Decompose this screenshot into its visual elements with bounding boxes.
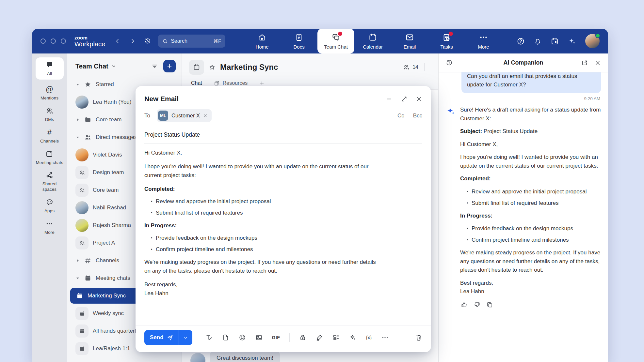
window-controls bbox=[40, 38, 66, 44]
email-body-editor[interactable]: Hi Customer X, I hope you're doing well!… bbox=[136, 144, 431, 325]
minimize-icon[interactable] bbox=[386, 96, 392, 102]
search-shortcut: ⌘F bbox=[213, 38, 221, 44]
caret-right-icon[interactable] bbox=[75, 118, 80, 121]
rail-item-dms[interactable]: DMs bbox=[45, 107, 54, 123]
calendar-events-icon[interactable] bbox=[551, 37, 559, 45]
calendar-filled-icon bbox=[84, 275, 91, 282]
cc-button[interactable]: Cc bbox=[397, 113, 404, 119]
emoji-icon[interactable] bbox=[239, 334, 246, 341]
discard-draft-icon[interactable] bbox=[415, 334, 422, 341]
send-button[interactable]: Send bbox=[144, 330, 179, 345]
star-outline-icon[interactable] bbox=[209, 64, 216, 71]
text-format-icon[interactable] bbox=[205, 334, 213, 341]
forward-icon[interactable] bbox=[129, 38, 136, 44]
rail-item-meeting-chats[interactable]: Meeting chats bbox=[36, 150, 63, 166]
meeting-avatar bbox=[75, 324, 89, 338]
nav-tab-calendar[interactable]: Calendar bbox=[354, 29, 391, 53]
variables-icon[interactable]: {x} bbox=[366, 335, 372, 340]
send-options-button[interactable] bbox=[179, 330, 192, 345]
signature-icon[interactable] bbox=[316, 334, 323, 341]
intro-paragraph: I hope you're doing well! I wanted to pr… bbox=[144, 162, 378, 180]
nav-tab-tasks[interactable]: Tasks bbox=[428, 29, 465, 53]
group-icon bbox=[79, 240, 85, 246]
brand-workplace: Workplace bbox=[74, 41, 105, 47]
ai-companion-icon[interactable] bbox=[568, 37, 576, 46]
sidebar-row-label: Marketing Sync bbox=[88, 293, 126, 299]
close-icon[interactable] bbox=[594, 60, 601, 66]
window-zoom-button[interactable] bbox=[61, 38, 66, 44]
window-close-button[interactable] bbox=[40, 38, 46, 44]
user-avatar[interactable] bbox=[585, 34, 600, 48]
sidebar-row-label: Core team bbox=[96, 116, 121, 123]
subject-field[interactable]: Project Status Update bbox=[136, 126, 431, 143]
rail-item-mentions[interactable]: @ Mentions bbox=[40, 85, 58, 101]
new-chat-button[interactable] bbox=[163, 60, 176, 72]
remove-recipient-icon[interactable] bbox=[203, 113, 207, 118]
chat-filled-icon bbox=[46, 61, 54, 69]
recipient-chip[interactable]: ML Customer X bbox=[157, 109, 212, 122]
sidebar-title-menu[interactable]: Team Chat bbox=[75, 63, 116, 70]
bcc-button[interactable]: Bcc bbox=[413, 113, 422, 119]
sidebar-actions bbox=[151, 60, 176, 72]
window-minimize-button[interactable] bbox=[51, 38, 56, 44]
caret-down-icon[interactable] bbox=[75, 277, 80, 280]
attach-file-icon[interactable] bbox=[222, 334, 229, 341]
recipient-name: Customer X bbox=[171, 113, 200, 119]
gif-icon[interactable]: GIF bbox=[272, 335, 280, 340]
ai-sparkle-icon[interactable] bbox=[349, 334, 356, 341]
to-label: To bbox=[144, 113, 150, 119]
rail-item-all[interactable]: All bbox=[36, 57, 64, 80]
sidebar-row-label: Channels bbox=[96, 257, 119, 264]
top-nav-bar: zoom Workplace Search ⌘F Home Docs bbox=[32, 29, 608, 53]
rail-label: Shared spaces bbox=[35, 181, 64, 192]
members-count[interactable]: 14 bbox=[403, 64, 418, 71]
copy-icon[interactable] bbox=[486, 301, 493, 308]
close-icon[interactable] bbox=[416, 96, 422, 102]
more-tools-icon[interactable] bbox=[381, 334, 389, 341]
rail-item-apps[interactable]: Apps bbox=[44, 198, 55, 214]
add-tab-icon[interactable] bbox=[259, 81, 265, 86]
tab-chat[interactable]: Chat bbox=[191, 80, 202, 86]
greeting: Hi Customer X, bbox=[144, 148, 378, 157]
chat-message: Great discussion team! bbox=[190, 351, 280, 362]
history-icon[interactable] bbox=[144, 38, 151, 44]
avatar bbox=[75, 148, 89, 161]
more-icon bbox=[45, 220, 53, 228]
expand-icon[interactable] bbox=[401, 96, 407, 102]
caret-right-icon[interactable] bbox=[75, 259, 80, 262]
chevron-down-icon bbox=[183, 335, 188, 340]
tab-resources[interactable]: Resources bbox=[214, 80, 248, 86]
caret-down-icon[interactable] bbox=[75, 136, 80, 139]
rail-item-more[interactable]: More bbox=[44, 220, 55, 235]
template-icon[interactable] bbox=[332, 334, 340, 341]
mentions-icon: @ bbox=[46, 85, 53, 93]
group-avatar bbox=[75, 166, 89, 179]
rail-item-shared-spaces[interactable]: Shared spaces bbox=[35, 171, 64, 192]
search-input[interactable]: Search ⌘F bbox=[158, 35, 225, 48]
nav-tab-label: Calendar bbox=[363, 44, 383, 50]
sidebar-row-label: Starred bbox=[96, 81, 114, 88]
nav-tab-team-chat[interactable]: Team Chat bbox=[317, 29, 354, 53]
nav-tab-home[interactable]: Home bbox=[244, 29, 281, 53]
share-nodes-icon bbox=[46, 171, 54, 179]
thumbs-up-icon[interactable] bbox=[461, 301, 468, 308]
compose-toolbar: Send GIF {x} bbox=[136, 325, 431, 352]
nav-tab-more[interactable]: More bbox=[465, 29, 502, 53]
filter-icon[interactable] bbox=[151, 63, 158, 70]
image-icon[interactable] bbox=[255, 334, 263, 341]
list-item: Submit final list of required features bbox=[152, 209, 422, 217]
caret-down-icon[interactable] bbox=[75, 83, 80, 86]
nav-tab-label: Team Chat bbox=[324, 44, 348, 50]
completed-list: Review and approve the initial project p… bbox=[144, 197, 422, 217]
help-icon[interactable] bbox=[517, 37, 525, 45]
open-in-window-icon[interactable] bbox=[581, 60, 588, 66]
nav-tab-docs[interactable]: Docs bbox=[281, 29, 317, 53]
thumbs-down-icon[interactable] bbox=[474, 301, 480, 308]
notifications-bell-icon[interactable] bbox=[534, 37, 542, 45]
history-icon[interactable] bbox=[446, 59, 453, 66]
nav-tab-email[interactable]: Email bbox=[391, 29, 428, 53]
back-icon[interactable] bbox=[114, 38, 121, 44]
rail-item-channels[interactable]: # Channels bbox=[40, 128, 59, 144]
subject-value: Project Status Update bbox=[484, 128, 538, 134]
encrypt-icon[interactable] bbox=[299, 334, 306, 341]
